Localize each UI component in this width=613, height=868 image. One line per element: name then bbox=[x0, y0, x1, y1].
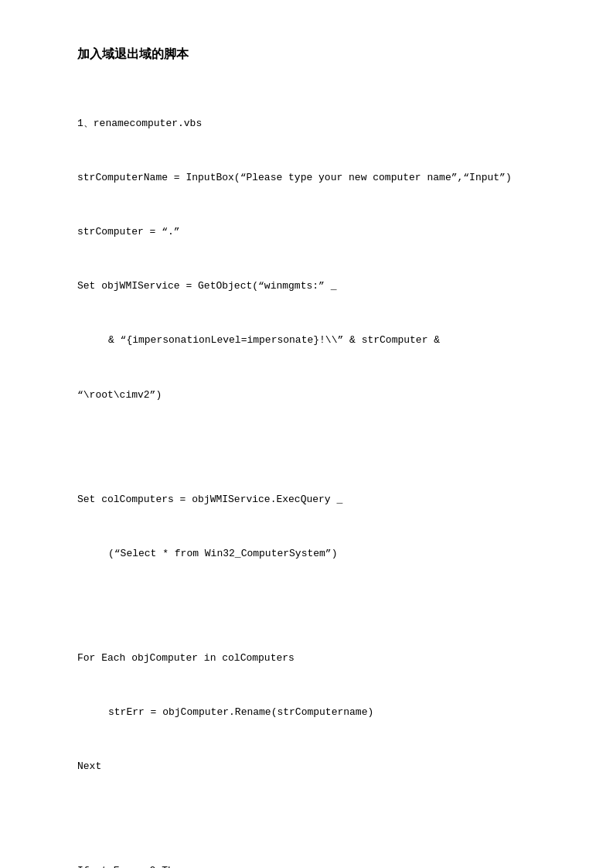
blank1 bbox=[77, 440, 551, 454]
line-strErr: strErr = objComputer.Rename(strComputern… bbox=[108, 703, 551, 721]
line-strComputer: strComputer = “.” bbox=[77, 223, 551, 241]
line-strComputerName: strComputerName = InputBox(“Please type … bbox=[77, 169, 551, 186]
code-content: 1、renamecomputer.vbs strComputerName = I… bbox=[77, 78, 551, 868]
line-wmi-cont1: & “{impersonationLevel=impersonate}!\\” … bbox=[108, 331, 551, 349]
line-wmi-cont2: “\root\cimv2”) bbox=[77, 386, 551, 404]
blank3 bbox=[77, 812, 551, 825]
line-select: (“Select * from Win32_ComputerSystem”) bbox=[108, 545, 551, 562]
line-colComputers: Set colComputers = objWMIService.ExecQue… bbox=[77, 490, 551, 508]
line-for-each: For Each objComputer in colComputers bbox=[77, 649, 551, 667]
line-set-objWMI: Set objWMIService = GetObject(“winmgmts:… bbox=[77, 277, 551, 295]
line-if-strErr: If strErr = 0 Then bbox=[77, 862, 551, 868]
blank2 bbox=[77, 599, 551, 613]
line-section1-header: 1、renamecomputer.vbs bbox=[77, 114, 551, 132]
line-next: Next bbox=[77, 757, 551, 775]
page-container: 加入域退出域的脚本 1、renamecomputer.vbs strComput… bbox=[77, 46, 551, 868]
page-title: 加入域退出域的脚本 bbox=[77, 46, 551, 63]
